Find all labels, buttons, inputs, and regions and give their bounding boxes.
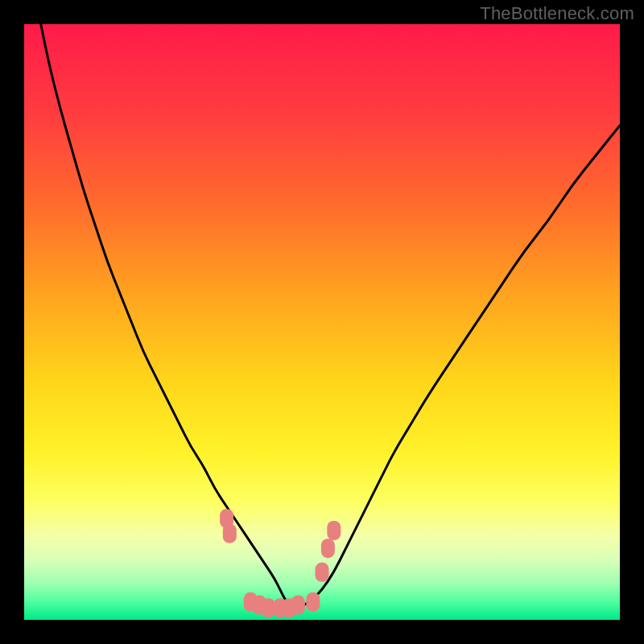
chart-frame: TheBottleneck.com — [0, 0, 644, 644]
data-marker — [327, 521, 341, 540]
data-marker — [321, 539, 335, 558]
data-marker — [291, 596, 305, 615]
watermark-text: TheBottleneck.com — [480, 3, 634, 24]
data-marker — [316, 563, 329, 582]
data-marker — [262, 598, 275, 617]
bottleneck-curve — [24, 24, 620, 608]
plot-area — [24, 24, 620, 620]
data-marker — [306, 592, 320, 612]
data-marker — [223, 524, 237, 543]
curve-layer — [24, 24, 620, 620]
